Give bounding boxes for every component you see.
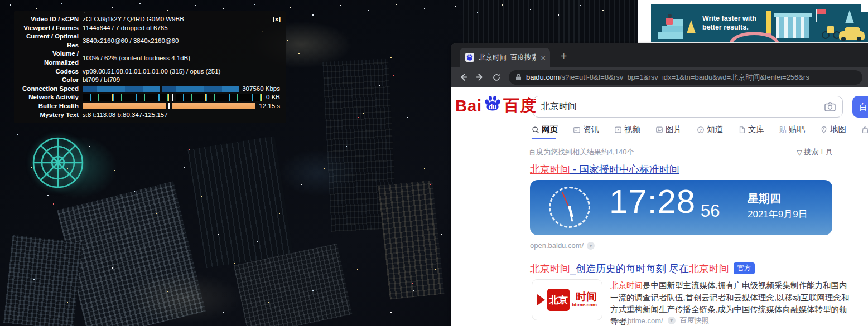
tab-strip: 北京时间_百度搜索 × + <box>451 43 868 67</box>
ad-illustration-car-wheel <box>841 37 846 41</box>
btime-logo-text: 时间 <box>576 291 597 303</box>
tab-images[interactable]: 图片 <box>655 124 682 135</box>
stats-value: s:8 t:113.08 b:80.347-125.157 <box>83 111 168 120</box>
result2-thumbnail[interactable]: 北京 时间btime.com <box>532 279 602 320</box>
ad-illustration-cyclist <box>827 26 834 33</box>
tab-wenku[interactable]: 文库 <box>738 124 764 135</box>
url-path: /s?ie=utf-8&f=8&rsv_bp=1&rsv_idx=1&tn=ba… <box>560 73 809 81</box>
play-triangle-icon <box>537 294 545 305</box>
url-bar[interactable]: baidu.com/s?ie=utf-8&f=8&rsv_bp=1&rsv_id… <box>509 70 862 85</box>
filter-icon: ▽ <box>797 148 802 157</box>
network-activity-graph <box>83 94 263 101</box>
forward-button[interactable] <box>472 70 488 85</box>
clock-time: 17:28 <box>609 182 696 221</box>
stats-row: Codecs vp09.00.51.08.01.01.01.01.00 (315… <box>17 67 280 76</box>
result2-title-link[interactable]: 北京时间_创造历史的每时每刻 尽在北京时间官方 <box>530 262 755 275</box>
baidu-logo[interactable]: Bai du 百度 <box>455 95 537 117</box>
stats-value: 100% / 62% (content loudness 4.1dB) <box>83 54 190 63</box>
camera-icon[interactable] <box>824 102 836 111</box>
tab-label: 知道 <box>707 124 723 135</box>
search-tools-toggle[interactable]: ▽ 搜索工具 <box>797 147 833 157</box>
browser-tab[interactable]: 北京时间_百度搜索 × <box>460 48 550 67</box>
lock-icon <box>515 74 522 81</box>
stats-label: Current / Optimal Res <box>17 32 79 50</box>
stats-label: Codecs <box>17 67 79 76</box>
result1-title-link[interactable]: 北京时间 - 国家授时中心标准时间 <box>530 163 679 176</box>
result1-title-rest: - 国家授时中心标准时间 <box>570 164 679 175</box>
tab-caigou[interactable]: 采购 <box>861 124 868 135</box>
beijing-time-clock-card[interactable]: 17:28 56 星期四 2021年9月9日 <box>530 180 832 235</box>
reload-icon <box>492 73 501 82</box>
stats-label: Connection Speed <box>17 85 79 94</box>
tieba-icon: 贴 <box>779 125 787 135</box>
stats-row: Video ID / sCPN zCLOJ9j1k2Y / Q4RD G0M0 … <box>17 15 280 24</box>
search-input[interactable]: 北京时间 <box>533 96 843 118</box>
btime-logo-site: btime.com <box>572 303 597 308</box>
stats-value: zCLOJ9j1k2Y / Q4RD G0M0 W9BB <box>83 15 184 24</box>
tab-videos[interactable]: 视频 <box>614 124 640 135</box>
stats-row: Current / Optimal Res 3840x2160@60 / 384… <box>17 32 280 50</box>
document-icon <box>738 126 746 134</box>
tab-tieba[interactable]: 贴 贴吧 <box>779 124 805 135</box>
stats-label: Network Activity <box>17 93 79 102</box>
connection-speed-graph <box>83 86 239 92</box>
image-icon <box>655 126 663 134</box>
result2-title-highlight: 北京时间 <box>530 263 570 274</box>
clock-date: 2021年9月9日 <box>748 208 808 221</box>
result2-title-mid: _创造历史的每时每刻 尽在 <box>570 263 689 274</box>
chevron-down-icon[interactable]: ▾ <box>668 317 676 324</box>
baidu-snapshot-link[interactable]: 百度快照 <box>680 315 709 325</box>
result1-source-url: open.baidu.com/ <box>530 241 584 250</box>
ad-illustration-tree <box>687 20 696 33</box>
clock-weekday: 星期四 <box>748 191 781 206</box>
tab-news[interactable]: 资讯 <box>573 124 599 135</box>
tab-zhidao[interactable]: ? 知道 <box>697 124 723 135</box>
back-button[interactable] <box>455 70 471 85</box>
result2-source: www.btime.com/ ▾ 百度快照 <box>610 315 709 325</box>
stats-row: Network Activity 0 KB <box>17 93 280 102</box>
new-tab-button[interactable]: + <box>557 50 571 64</box>
btime-logo-square: 北京 <box>547 289 570 311</box>
search-button[interactable]: 百度一下 <box>852 96 868 118</box>
baidu-paw-icon: du <box>483 94 503 114</box>
stats-value: 3840x2160@60 / 3840x2160@60 <box>83 37 179 46</box>
stats-label: Buffer Health <box>17 102 79 111</box>
tab-title: 北京时间_百度搜索 <box>479 53 536 62</box>
result2-source-url: www.btime.com/ <box>610 317 663 325</box>
city-beacon-lights <box>0 0 1 1</box>
tab-maps[interactable]: 地图 <box>820 124 846 135</box>
tab-webpages[interactable]: 网页 <box>532 124 558 135</box>
stats-value: 1144x644 / 7 dropped of 6765 <box>83 24 168 33</box>
tab-close-icon[interactable]: × <box>541 53 546 62</box>
ad-info-chip[interactable] <box>861 4 868 12</box>
baidu-logo-cn: 百度 <box>503 95 537 117</box>
ad-illustration-person <box>666 18 673 25</box>
ad-illustration-tree <box>845 10 854 23</box>
ad-illustration-building <box>774 13 812 17</box>
stats-row: Color bt709 / bt709 <box>17 76 280 85</box>
forward-icon <box>475 72 485 82</box>
tab-label: 网页 <box>542 124 558 135</box>
stats-row: Volume / Normalized 100% / 62% (content … <box>17 50 280 67</box>
baidu-page: Bai du 百度 北京时间 <box>451 87 868 326</box>
city-building <box>378 180 445 299</box>
chevron-down-icon[interactable]: ▾ <box>587 242 595 250</box>
result-type-nav: 网页 资讯 视频 图片 ? 知道 <box>532 124 868 135</box>
search-tab-icon <box>532 126 539 134</box>
stats-row: Viewport / Frames 1144x644 / 7 dropped o… <box>17 24 280 33</box>
result1-title-highlight: 北京时间 <box>530 164 570 175</box>
stats-row: Connection Speed 307560 Kbps <box>17 85 280 94</box>
reload-button[interactable] <box>489 70 504 85</box>
stats-label: Mystery Text <box>17 111 79 120</box>
ad-banner[interactable]: Write faster with better results. <box>651 4 868 42</box>
city-building <box>187 136 293 268</box>
search-tools-label: 搜索工具 <box>804 147 833 157</box>
stats-label: Viewport / Frames <box>17 24 79 33</box>
buffer-health-graph <box>83 103 255 109</box>
ad-illustration-steps <box>662 26 683 32</box>
stats-label: Video ID / sCPN <box>17 15 79 24</box>
city-building <box>3 235 83 326</box>
url-domain: baidu.com <box>526 73 560 81</box>
tab-label: 资讯 <box>583 124 599 135</box>
stats-close-button[interactable]: [x] <box>273 15 281 24</box>
